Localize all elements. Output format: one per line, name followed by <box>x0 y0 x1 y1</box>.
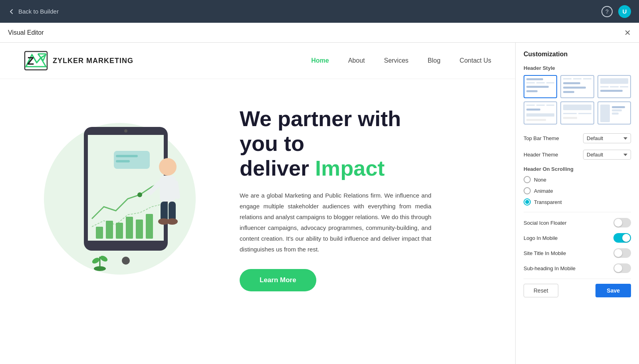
hero-description: We are a global Marketing and Public Rel… <box>240 190 431 255</box>
svg-text:Z: Z <box>27 55 34 67</box>
nav-blog[interactable]: Blog <box>428 57 441 64</box>
header-style-option-6[interactable] <box>597 101 631 125</box>
hero-heading: We partner with you to deliver Impact <box>240 106 491 180</box>
site-title-mobile-label: Site Title In Mobile <box>524 250 566 256</box>
hero-illustration <box>32 115 224 283</box>
customization-panel: Customization Header Style <box>515 43 639 364</box>
header-style-option-2[interactable] <box>560 75 594 98</box>
top-bar-theme-label: Top Bar Theme <box>524 135 559 141</box>
svg-rect-14 <box>146 214 153 239</box>
site-nav: Home About Services Blog Contact Us <box>311 57 491 64</box>
site-header: Z ZYLKER MARKETING Home About Services B… <box>0 43 515 79</box>
header-style-label: Header Style <box>524 65 631 71</box>
editor-bar: Visual Editor ✕ <box>0 23 639 43</box>
svg-point-21 <box>159 158 177 176</box>
svg-rect-22 <box>160 176 176 202</box>
svg-point-20 <box>124 129 127 133</box>
header-style-option-5[interactable] <box>560 101 594 125</box>
scroll-animate-radio[interactable] <box>524 187 531 194</box>
top-bar-actions: ? U <box>601 5 631 18</box>
panel-footer: Reset Save <box>524 279 631 297</box>
logo-icon: Z <box>24 51 48 71</box>
svg-rect-10 <box>106 221 113 239</box>
logo-in-mobile-row: Logo In Mobile <box>524 233 631 243</box>
svg-point-19 <box>122 257 130 265</box>
hero-line3-pre: deliver <box>240 156 315 180</box>
hero-impact-word: Impact <box>315 156 385 180</box>
site-logo: Z ZYLKER MARKETING <box>24 51 133 71</box>
svg-point-28 <box>167 218 178 225</box>
nav-about[interactable]: About <box>348 57 365 64</box>
header-style-option-1[interactable] <box>524 75 557 98</box>
tablet-svg <box>64 119 192 279</box>
social-icon-floater-toggle[interactable] <box>613 218 631 228</box>
back-to-builder-button[interactable]: Back to Builder <box>8 8 59 15</box>
scroll-option-animate[interactable]: Animate <box>524 187 631 194</box>
header-theme-select[interactable]: Default <box>583 150 631 160</box>
hero-line1: We partner with <box>240 107 401 131</box>
scroll-none-radio[interactable] <box>524 176 531 183</box>
editor-title: Visual Editor <box>8 29 44 36</box>
scroll-option-none[interactable]: None <box>524 176 631 183</box>
main-layout: Z ZYLKER MARKETING Home About Services B… <box>0 43 639 364</box>
logo-text: ZYLKER MARKETING <box>53 57 133 65</box>
header-on-scrolling-label: Header On Scrolling <box>524 166 631 172</box>
close-editor-button[interactable]: ✕ <box>624 28 631 38</box>
hero-line2: you to <box>240 131 304 155</box>
help-icon[interactable]: ? <box>601 6 613 17</box>
learn-more-button[interactable]: Learn More <box>240 269 316 291</box>
header-theme-row: Header Theme Default <box>524 150 631 160</box>
arrow-left-icon <box>8 8 15 15</box>
logo-in-mobile-label: Logo In Mobile <box>524 235 558 241</box>
header-style-option-4[interactable] <box>524 101 557 125</box>
header-style-option-3[interactable] <box>597 75 631 98</box>
svg-rect-11 <box>116 223 123 239</box>
top-bar-theme-select[interactable]: Default <box>583 133 631 143</box>
nav-services[interactable]: Services <box>384 57 408 64</box>
hero-text: We partner with you to deliver Impact We… <box>224 106 491 291</box>
logo-in-mobile-toggle[interactable] <box>613 233 631 243</box>
svg-point-18 <box>137 192 142 197</box>
svg-rect-16 <box>116 155 138 157</box>
social-icon-floater-label: Social Icon Floater <box>524 220 567 226</box>
top-bar: Back to Builder ? U <box>0 0 639 23</box>
divider-1 <box>524 212 631 212</box>
scroll-transparent-radio[interactable] <box>524 198 531 206</box>
hero-section: We partner with you to deliver Impact We… <box>0 79 515 318</box>
svg-rect-17 <box>116 160 130 162</box>
save-button[interactable]: Save <box>595 284 631 297</box>
site-title-mobile-row: Site Title In Mobile <box>524 248 631 258</box>
sub-heading-mobile-row: Sub-heading In Mobile <box>524 263 631 273</box>
social-icon-floater-row: Social Icon Floater <box>524 218 631 228</box>
header-theme-label: Header Theme <box>524 152 558 158</box>
scroll-transparent-label: Transparent <box>534 199 562 205</box>
svg-rect-13 <box>136 220 143 239</box>
svg-point-32 <box>99 255 108 263</box>
svg-point-31 <box>91 257 100 265</box>
panel-title: Customization <box>524 51 631 58</box>
scroll-option-transparent[interactable]: Transparent <box>524 198 631 206</box>
header-scroll-options: None Animate Transparent <box>524 176 631 206</box>
site-title-mobile-toggle[interactable] <box>613 248 631 258</box>
scroll-animate-label: Animate <box>534 188 553 194</box>
reset-button[interactable]: Reset <box>524 284 558 297</box>
back-button-label: Back to Builder <box>18 8 59 15</box>
top-bar-theme-row: Top Bar Theme Default <box>524 133 631 143</box>
sub-heading-mobile-toggle[interactable] <box>613 263 631 273</box>
svg-line-24 <box>176 183 178 197</box>
scroll-none-label: None <box>534 177 546 183</box>
nav-contact[interactable]: Contact Us <box>460 57 491 64</box>
svg-rect-9 <box>96 227 103 239</box>
avatar[interactable]: U <box>618 5 631 18</box>
svg-rect-15 <box>114 151 150 169</box>
svg-rect-12 <box>126 217 133 239</box>
header-styles-grid <box>524 75 631 125</box>
sub-heading-mobile-label: Sub-heading In Mobile <box>524 265 575 271</box>
nav-home[interactable]: Home <box>311 57 329 64</box>
preview-area: Z ZYLKER MARKETING Home About Services B… <box>0 43 515 364</box>
